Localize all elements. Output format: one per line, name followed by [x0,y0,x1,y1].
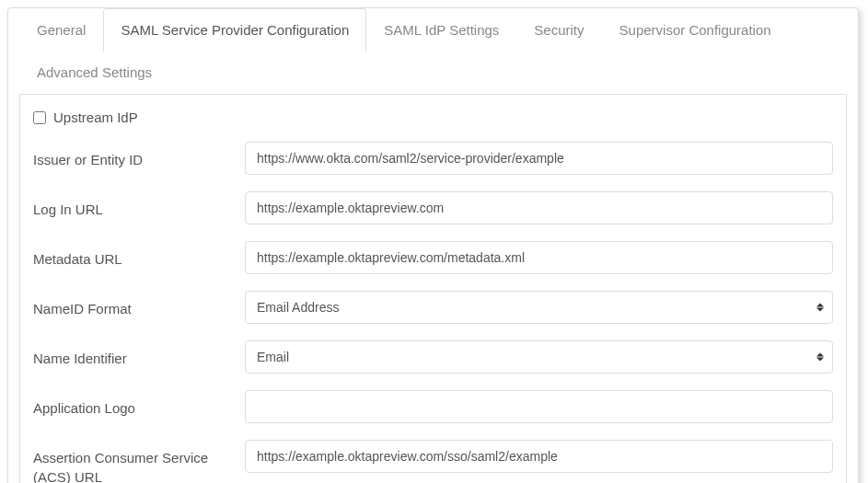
issuer-label: Issuer or Entity ID [33,142,245,169]
upstream-idp-checkbox[interactable] [33,111,46,124]
tab-content: Upstream IdP Issuer or Entity ID Log In … [19,94,847,483]
tab-supervisor-config[interactable]: Supervisor Configuration [602,8,789,52]
tabs-container: General SAML Service Provider Configurat… [8,8,858,94]
login-url-input[interactable] [245,191,833,224]
tab-general[interactable]: General [19,8,103,52]
name-identifier-row: Name Identifier Email [33,340,833,374]
metadata-url-row: Metadata URL [33,241,833,274]
app-logo-label: Application Logo [33,390,245,418]
issuer-row: Issuer or Entity ID [33,142,833,175]
nameid-format-control: Email Address [245,291,833,324]
app-logo-input[interactable] [245,390,833,423]
metadata-url-control [245,241,833,274]
nameid-format-select[interactable]: Email Address [245,291,833,324]
login-url-row: Log In URL [33,191,833,224]
upstream-idp-label[interactable]: Upstream IdP [53,109,138,125]
name-identifier-label: Name Identifier [33,340,245,368]
tab-saml-idp-settings[interactable]: SAML IdP Settings [366,8,516,52]
acs-url-control [245,440,833,473]
issuer-control [245,142,833,175]
tab-advanced-settings[interactable]: Advanced Settings [19,51,169,94]
app-logo-control [245,390,833,423]
acs-url-label: Assertion Consumer Service (ACS) URL [33,440,245,483]
acs-url-row: Assertion Consumer Service (ACS) URL [33,440,833,483]
nameid-format-row: NameID Format Email Address [33,291,833,324]
tab-security[interactable]: Security [516,8,601,52]
login-url-control [245,191,833,224]
app-logo-row: Application Logo [33,390,833,423]
name-identifier-select[interactable]: Email [245,340,833,374]
name-identifier-control: Email [245,340,833,374]
metadata-url-input[interactable] [245,241,833,274]
upstream-idp-row: Upstream IdP [33,109,833,125]
login-url-label: Log In URL [33,191,245,219]
acs-url-input[interactable] [245,440,833,473]
nameid-format-label: NameID Format [33,291,245,318]
settings-panel: General SAML Service Provider Configurat… [7,7,859,483]
issuer-input[interactable] [245,142,833,175]
tab-saml-sp-config[interactable]: SAML Service Provider Configuration [103,8,366,52]
metadata-url-label: Metadata URL [33,241,245,269]
